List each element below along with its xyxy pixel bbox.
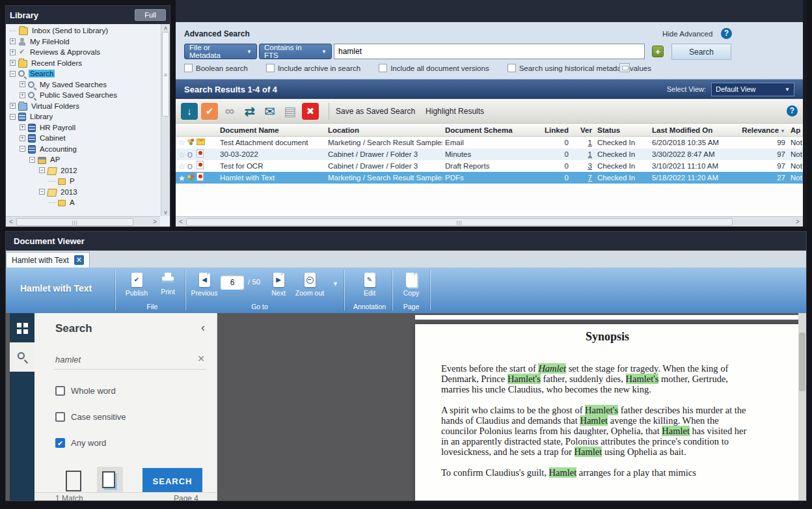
library-full-button[interactable]: Full	[135, 9, 166, 21]
column-header-linked[interactable]: Linked	[537, 126, 571, 134]
checkbox-icon[interactable]	[508, 64, 516, 72]
link-save-as-saved-search[interactable]: Save as Saved Search	[336, 107, 415, 116]
edit-annotation-button[interactable]: ✎ Edit	[351, 273, 388, 297]
tree-toggle-icon[interactable]: −	[29, 157, 35, 163]
tree-item-my-filehold[interactable]: +My FileHold	[7, 36, 160, 48]
swap-version-icon[interactable]: ⇄	[241, 103, 258, 120]
clear-search-icon[interactable]: ✕	[197, 353, 205, 364]
tree-toggle-icon[interactable]: +	[10, 38, 16, 44]
print-button[interactable]: Print	[153, 273, 183, 296]
tree-item-2013[interactable]: −2013	[7, 187, 160, 198]
column-header-relevance[interactable]: Relevance▼	[737, 126, 788, 134]
scroll-left-icon[interactable]: <	[176, 218, 186, 225]
scrollbar-thumb[interactable]: ≡	[162, 32, 169, 117]
checkbox-icon[interactable]: ✔	[55, 438, 65, 448]
table-row[interactable]: ☆OTest for OCRCabinet / Drawer / Folder …	[176, 160, 803, 172]
table-row[interactable]: ☆Test Attachment documentMarketing / Sea…	[176, 137, 803, 148]
tree-toggle-icon[interactable]: +	[20, 135, 25, 141]
cell-version[interactable]: 1	[571, 139, 595, 146]
scrollbar-thumb[interactable]	[799, 333, 805, 391]
tree-toggle-icon[interactable]: +	[10, 49, 16, 55]
collapse-panel-icon[interactable]: ‹	[201, 321, 205, 335]
tree-item-p[interactable]: P	[7, 176, 160, 187]
column-header-ver[interactable]: Ver	[571, 126, 595, 134]
favorite-star-icon[interactable]: ☆	[178, 162, 187, 171]
tree-toggle-icon[interactable]: −	[39, 167, 45, 173]
tree-toggle-icon[interactable]: −	[39, 189, 45, 195]
option-include-archive-in-search[interactable]: Include archive in search	[266, 64, 360, 72]
link-highlight-results[interactable]: Highlight Results	[426, 107, 484, 116]
search-button[interactable]: Search	[671, 44, 731, 60]
tree-toggle-icon[interactable]: +	[20, 92, 25, 98]
cell-version[interactable]: 7	[571, 174, 595, 182]
tree-item-hr-payroll[interactable]: +HR Payroll	[7, 122, 160, 133]
column-header-ap[interactable]: Ap	[788, 126, 806, 134]
tree-toggle-icon[interactable]: +	[10, 60, 16, 66]
copy-page-button[interactable]: Copy	[396, 273, 426, 297]
tree-toggle-icon[interactable]: +	[20, 124, 25, 130]
page-number-input[interactable]: 6	[221, 275, 244, 290]
favorite-star-icon[interactable]: ★	[178, 174, 187, 183]
scroll-down-icon[interactable]: ∨	[161, 208, 170, 216]
single-page-mode-button[interactable]	[61, 467, 87, 495]
hide-advanced-link[interactable]: Hide Advanced	[662, 30, 712, 38]
close-icon[interactable]: ✕	[74, 255, 84, 265]
option-case-sensitive[interactable]: Case sensitive	[55, 412, 126, 422]
tree-item-accounting[interactable]: −Accounting	[7, 144, 160, 155]
help-icon[interactable]: ?	[721, 28, 732, 39]
metadata-sheet-icon[interactable]: ▤	[282, 103, 299, 120]
table-row[interactable]: ☆O30-03-2022Cabinet / Drawer / Folder 3M…	[176, 148, 803, 160]
thumbnails-button[interactable]	[10, 313, 34, 342]
help-icon[interactable]: ?	[787, 105, 798, 117]
tree-toggle-icon[interactable]: −	[10, 114, 16, 120]
scrollbar-thumb[interactable]: |||	[186, 218, 733, 226]
operator-dropdown[interactable]: Contains in FTS ▼	[259, 44, 332, 59]
cell-version[interactable]: 3	[571, 162, 595, 170]
option-boolean-search[interactable]: Boolean search	[184, 64, 248, 72]
tree-item-recent-folders[interactable]: +Recent Folders	[7, 58, 160, 69]
tree-item-cabinet[interactable]: +Cabinet	[7, 133, 160, 144]
zoom-dropdown-icon[interactable]: ▼	[332, 281, 338, 287]
tree-item-ap[interactable]: −AP	[7, 154, 160, 165]
next-page-button[interactable]: ▶ Next	[264, 273, 293, 297]
checkbox-icon[interactable]	[55, 412, 65, 422]
link-icon[interactable]: ∞	[221, 103, 238, 120]
tree-item-virtual-folders[interactable]: +Virtual Folders	[7, 101, 160, 112]
table-row[interactable]: ★Hamlet with TextMarketing / Search Resu…	[176, 172, 803, 184]
search-query-input[interactable]	[334, 44, 645, 59]
field-dropdown[interactable]: File or Metadata ▼	[184, 44, 257, 59]
scroll-right-icon[interactable]: >	[150, 218, 160, 225]
delete-icon[interactable]: ✖	[302, 103, 319, 120]
download-icon[interactable]: ↓	[181, 103, 198, 120]
column-header-location[interactable]: Location	[325, 126, 442, 134]
option-include-all-document-versions[interactable]: Include all document versions	[379, 64, 489, 72]
scroll-right-icon[interactable]: >	[792, 218, 803, 225]
add-criteria-button[interactable]: +	[652, 46, 664, 57]
column-header-last-modified-on[interactable]: Last Modified On	[649, 126, 737, 134]
tree-item-library[interactable]: −Library	[7, 111, 160, 122]
checkbox-icon[interactable]	[266, 64, 275, 72]
cell-version[interactable]: 1	[571, 150, 595, 158]
checkout-icon[interactable]: ✔	[201, 103, 218, 120]
previous-page-button[interactable]: ◀ Previous	[189, 273, 219, 297]
zoom-out-button[interactable]: − Zoom out	[292, 273, 327, 297]
tree-item-my-saved-searches[interactable]: +My Saved Searches	[7, 79, 160, 90]
all-pages-mode-button[interactable]	[97, 467, 123, 495]
tree-item-reviews-approvals[interactable]: +Reviews & Approvals	[7, 47, 160, 58]
scroll-left-icon[interactable]: <	[6, 218, 16, 225]
checkbox-icon[interactable]	[55, 386, 65, 396]
checkbox-icon[interactable]	[379, 64, 387, 72]
column-header-document-schema[interactable]: Document Schema	[442, 126, 537, 134]
tree-toggle-icon[interactable]: −	[10, 71, 16, 77]
viewer-search-button[interactable]: SEARCH	[142, 468, 202, 494]
document-vertical-scrollbar[interactable]	[798, 313, 806, 501]
library-vertical-scrollbar[interactable]: ∧ ≡ ∨	[161, 24, 170, 216]
results-horizontal-scrollbar[interactable]: < ||| >	[176, 216, 803, 227]
tree-toggle-icon[interactable]: −	[20, 146, 25, 152]
text-search-button[interactable]	[10, 342, 34, 372]
tree-item-2012[interactable]: −2012	[7, 165, 160, 176]
tab-hamlet-with-text[interactable]: Hamlet with Text ✕	[6, 252, 90, 268]
favorite-star-icon[interactable]: ☆	[178, 138, 187, 147]
tree-toggle-icon[interactable]: +	[10, 103, 16, 109]
scrollbar-thumb[interactable]: |||	[16, 218, 133, 226]
